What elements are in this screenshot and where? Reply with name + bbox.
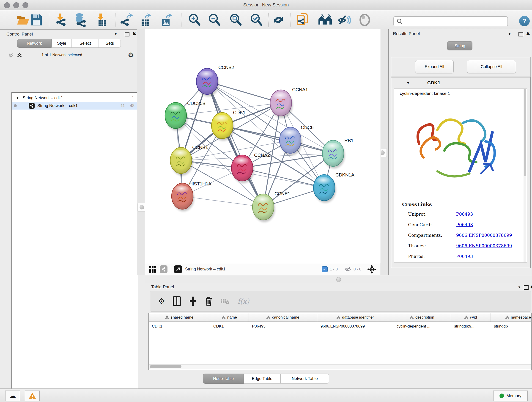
- export-network-icon[interactable]: [120, 13, 133, 27]
- import-table-file-icon[interactable]: [95, 13, 108, 27]
- delete-column-trash-icon[interactable]: [205, 296, 213, 306]
- network-canvas[interactable]: CCNB2CCNA1CDC25BCDK1CDC6RB1CCNB1CCNA2CDK…: [145, 29, 381, 263]
- column-header-description[interactable]: description: [393, 313, 451, 322]
- table-horizontal-scrollbar[interactable]: [149, 364, 531, 369]
- table-row[interactable]: CDK1CDK1P064939606.ENSP00000378699cyclin…: [149, 322, 531, 331]
- table-options-gear-icon[interactable]: ⚙: [158, 297, 165, 306]
- tab-select[interactable]: Select: [72, 39, 99, 48]
- column-header-canonical-name[interactable]: canonical name: [249, 313, 317, 322]
- hidden-eye-icon[interactable]: [344, 266, 352, 272]
- table-panel-close-icon[interactable]: ✖: [530, 284, 532, 290]
- horizontal-splitter-handle[interactable]: [336, 277, 341, 282]
- node-table[interactable]: shared namenamecanonical namedatabase id…: [148, 313, 532, 370]
- network-node-CCNB1[interactable]: [170, 147, 193, 176]
- network-collection-row[interactable]: ▼ String Network – cdk1 1: [12, 94, 138, 102]
- table-scrollbar-thumb[interactable]: [150, 365, 181, 368]
- table-cell[interactable]: CDK1: [210, 322, 249, 331]
- collection-expander-icon[interactable]: ▼: [16, 96, 19, 100]
- crosslink-label: GeneCard:: [408, 222, 456, 227]
- crosslink-link[interactable]: P06493: [456, 254, 473, 259]
- network-options-gear-icon[interactable]: ⚙: [128, 51, 134, 59]
- table-panel-float-icon[interactable]: [524, 285, 529, 290]
- network-node-CDK1[interactable]: [211, 113, 234, 141]
- column-header-database-identifier[interactable]: database identifier: [317, 313, 393, 322]
- network-node-CDC6[interactable]: [279, 127, 302, 155]
- import-network-file-icon[interactable]: [55, 13, 67, 27]
- refresh-view-icon[interactable]: [272, 13, 285, 27]
- network-node-CCNA2[interactable]: [231, 155, 254, 183]
- table-cell[interactable]: P06493: [249, 322, 317, 331]
- cloud-status-button[interactable]: ☁: [5, 390, 20, 401]
- table-panel-menu-icon[interactable]: ▼: [518, 285, 521, 289]
- create-column-icon[interactable]: [189, 296, 197, 306]
- crosslink-link[interactable]: 9606.ENSP00000378699: [456, 243, 512, 248]
- zoom-in-icon[interactable]: [188, 13, 201, 27]
- results-panel-menu-icon[interactable]: ▼: [508, 32, 511, 36]
- table-cell[interactable]: CDK1: [149, 322, 210, 331]
- table-cell[interactable]: 9606.ENSP00000378699: [317, 322, 393, 331]
- column-header--id[interactable]: @id: [451, 313, 491, 322]
- open-session-icon[interactable]: [17, 13, 30, 27]
- show-graphics-details-icon[interactable]: [359, 13, 371, 27]
- crosslink-link[interactable]: 9606.ENSP00000378699: [456, 233, 512, 238]
- network-node-RB1[interactable]: [322, 140, 345, 168]
- results-panel-float-icon[interactable]: [519, 32, 523, 36]
- network-node-CDKN1A[interactable]: [313, 175, 336, 203]
- tab-string[interactable]: String: [447, 41, 472, 51]
- import-network-database-icon[interactable]: [73, 13, 87, 27]
- network-node-CCNB2[interactable]: [196, 68, 219, 96]
- string-style-icon[interactable]: [160, 265, 167, 273]
- search-input[interactable]: [404, 19, 501, 24]
- fit-content-crosshair-icon[interactable]: [367, 265, 376, 274]
- crosslink-link[interactable]: P06493: [456, 222, 473, 227]
- control-panel-float-icon[interactable]: [125, 32, 129, 36]
- save-session-icon[interactable]: [31, 13, 42, 27]
- search-field[interactable]: [393, 16, 508, 26]
- duplicate-network-icon[interactable]: [297, 13, 310, 27]
- hide-selected-icon[interactable]: [338, 13, 351, 27]
- results-scrollbar-thumb[interactable]: [524, 89, 526, 176]
- show-all-nodes-icon[interactable]: [318, 13, 332, 27]
- control-panel-close-icon[interactable]: ✖: [133, 31, 136, 36]
- network-node-CCNE1[interactable]: [253, 194, 275, 222]
- tab-network-table[interactable]: Network Table: [280, 374, 329, 384]
- open-in-window-icon[interactable]: [174, 265, 182, 273]
- network-node-CCNA1[interactable]: [270, 90, 293, 118]
- results-scrollbar[interactable]: [524, 89, 526, 262]
- results-panel-title: Results Panel: [393, 31, 420, 36]
- network-row[interactable]: String Network – cdk1 11 48: [12, 102, 138, 109]
- crosslink-link[interactable]: P06493: [456, 211, 473, 217]
- expand-all-button[interactable]: Expand All: [415, 60, 454, 73]
- table-cell[interactable]: cyclin-dependent ...: [393, 322, 451, 331]
- results-panel-close-icon[interactable]: ✖: [526, 31, 530, 36]
- export-table-icon[interactable]: [139, 13, 152, 27]
- tab-style[interactable]: Style: [51, 39, 72, 48]
- column-header-shared-name[interactable]: shared name: [149, 313, 210, 322]
- control-panel-menu-icon[interactable]: ▼: [114, 32, 117, 36]
- selected-nodes-checkbox-icon[interactable]: ✓: [322, 266, 328, 272]
- zoom-out-icon[interactable]: [208, 13, 221, 27]
- column-header-name[interactable]: name: [210, 313, 249, 322]
- show-columns-icon[interactable]: [173, 296, 181, 306]
- left-splitter[interactable]: [137, 29, 145, 275]
- export-image-icon[interactable]: [160, 13, 173, 27]
- column-header-namespace[interactable]: namespace: [491, 313, 532, 322]
- zoom-selected-icon[interactable]: [250, 13, 263, 27]
- gene-expander-icon[interactable]: ▼: [406, 81, 410, 85]
- warnings-button[interactable]: [25, 390, 40, 401]
- delete-table-icon[interactable]: [220, 298, 230, 305]
- zoom-fit-icon[interactable]: [229, 13, 242, 27]
- gene-header-row[interactable]: ▼ CDK1: [391, 77, 530, 88]
- network-node-HIST1H1A[interactable]: [172, 183, 194, 211]
- table-cell[interactable]: stringdb: [491, 322, 532, 331]
- help-button[interactable]: ?: [519, 16, 530, 26]
- tab-network[interactable]: Network: [17, 39, 51, 48]
- tab-edge-table[interactable]: Edge Table: [244, 374, 280, 384]
- tab-sets[interactable]: Sets: [99, 39, 121, 48]
- function-builder-icon[interactable]: f(x): [237, 297, 249, 305]
- collapse-all-button[interactable]: Collapse All: [467, 60, 516, 73]
- birds-eye-view-icon[interactable]: [149, 265, 157, 273]
- tab-node-table[interactable]: Node Table: [203, 374, 244, 384]
- table-cell[interactable]: stringdb:9...: [451, 322, 491, 331]
- memory-button[interactable]: Memory: [493, 390, 528, 401]
